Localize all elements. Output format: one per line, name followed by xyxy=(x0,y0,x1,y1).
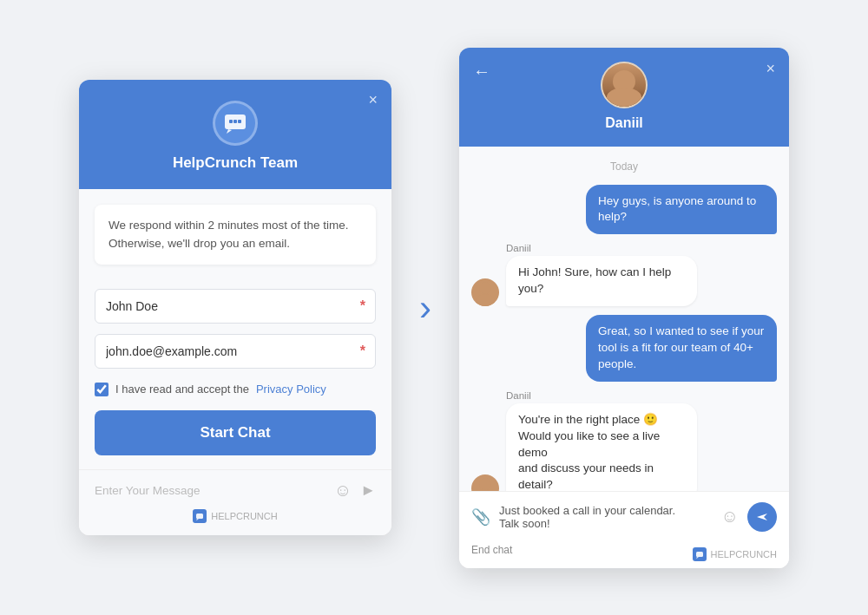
message-bubble: Hey guys, is anyone around to help? xyxy=(586,185,777,235)
svg-rect-2 xyxy=(233,120,237,123)
message-row: Hey guys, is anyone around to help? xyxy=(471,185,777,235)
chat-messages-area: Today Hey guys, is anyone around to help… xyxy=(459,147,789,491)
avatar-image xyxy=(602,63,646,107)
info-box: We respond within 2 minutes most of the … xyxy=(95,205,376,265)
chat-input-area: 📎 Just booked a call in your calendar.Ta… xyxy=(459,491,789,568)
left-footer: Enter Your Message ☺ ► HELPCRUNCH xyxy=(79,469,391,535)
avatar-head-small xyxy=(479,282,491,294)
chat-input-row: 📎 Just booked a call in your calendar.Ta… xyxy=(471,502,777,532)
svg-rect-3 xyxy=(238,120,241,123)
message-bubble: Hi John! Sure, how can I help you? xyxy=(506,256,697,306)
checkbox-label: I have read and accept the xyxy=(115,383,249,396)
chat-emoji-icon[interactable]: ☺ xyxy=(721,507,739,527)
helpcrunch-logo-icon xyxy=(193,509,207,523)
agent-avatar-small xyxy=(471,278,499,306)
helpcrunch-logo-icon-right xyxy=(693,547,707,561)
message-bubble: You're in the right place 🙂Would you lik… xyxy=(506,403,697,491)
name-input[interactable] xyxy=(95,289,376,324)
chat-back-button[interactable]: ← xyxy=(473,62,490,82)
emoji-icon[interactable]: ☺ xyxy=(334,481,352,501)
agent-label: Daniil xyxy=(506,243,697,253)
message-input-row: Enter Your Message ☺ ► xyxy=(95,481,376,501)
message-placeholder: Enter Your Message xyxy=(95,484,326,497)
chat-icon xyxy=(223,111,247,135)
svg-rect-5 xyxy=(696,552,703,557)
chat-footer-row: End chat HELPCRUNCH xyxy=(471,539,777,561)
avatar-body-small xyxy=(476,294,495,306)
chat-input-placeholder: Just booked a call in your calendar.Talk… xyxy=(499,504,713,530)
email-field-group: * xyxy=(95,334,376,369)
agent-avatar-small xyxy=(471,474,499,490)
left-header: × HelpCrunch Team xyxy=(79,80,391,189)
date-divider: Today xyxy=(471,160,777,173)
chat-header: ← × Daniil xyxy=(459,48,789,147)
chat-close-button[interactable]: × xyxy=(766,60,775,78)
left-widget: × HelpCrunch Team We respond within 2 mi… xyxy=(79,80,391,535)
main-container: × HelpCrunch Team We respond within 2 mi… xyxy=(44,13,824,603)
attachment-icon: 📎 xyxy=(471,507,490,527)
message-row: Daniil Hi John! Sure, how can I help you… xyxy=(471,243,777,306)
svg-rect-4 xyxy=(196,514,203,519)
left-body: We respond within 2 minutes most of the … xyxy=(79,189,391,469)
left-branding-text: HELPCRUNCH xyxy=(211,511,277,521)
left-branding: HELPCRUNCH xyxy=(95,509,376,523)
privacy-policy-link[interactable]: Privacy Policy xyxy=(256,383,326,396)
name-input-wrapper: * xyxy=(95,289,376,324)
name-field-group: * xyxy=(95,289,376,324)
message-col: Daniil Hi John! Sure, how can I help you… xyxy=(506,243,697,306)
email-input[interactable] xyxy=(95,334,376,369)
left-close-button[interactable]: × xyxy=(368,92,378,108)
header-icon xyxy=(213,101,258,146)
name-required-star: * xyxy=(360,298,365,314)
message-bubble: Great, so I wanted to see if your tool i… xyxy=(586,315,777,382)
agent-avatar xyxy=(601,62,648,108)
privacy-checkbox-row: I have read and accept the Privacy Polic… xyxy=(95,383,376,396)
agent-name: Daniil xyxy=(605,115,643,131)
agent-label: Daniil xyxy=(506,390,697,401)
right-branding: HELPCRUNCH xyxy=(693,547,777,561)
email-input-wrapper: * xyxy=(95,334,376,369)
privacy-checkbox[interactable] xyxy=(95,383,108,396)
message-col: Daniil You're in the right place 🙂Would … xyxy=(506,390,697,491)
left-header-title: HelpCrunch Team xyxy=(173,154,298,172)
start-chat-button[interactable]: Start Chat xyxy=(95,410,376,455)
chat-send-button[interactable] xyxy=(747,502,777,532)
right-widget: ← × Daniil Today Hey guys, is anyone aro… xyxy=(459,48,789,568)
send-icon[interactable]: ► xyxy=(360,481,376,500)
avatar-body xyxy=(607,88,641,107)
svg-rect-1 xyxy=(229,120,233,123)
arrow-separator: › xyxy=(419,290,431,326)
right-branding-text: HELPCRUNCH xyxy=(711,549,777,559)
message-row: Great, so I wanted to see if your tool i… xyxy=(471,315,777,382)
avatar-head-small xyxy=(479,478,491,490)
end-chat-link[interactable]: End chat xyxy=(471,544,512,556)
email-required-star: * xyxy=(360,343,365,359)
send-arrow-icon xyxy=(755,510,769,524)
message-row: Daniil You're in the right place 🙂Would … xyxy=(471,390,777,491)
